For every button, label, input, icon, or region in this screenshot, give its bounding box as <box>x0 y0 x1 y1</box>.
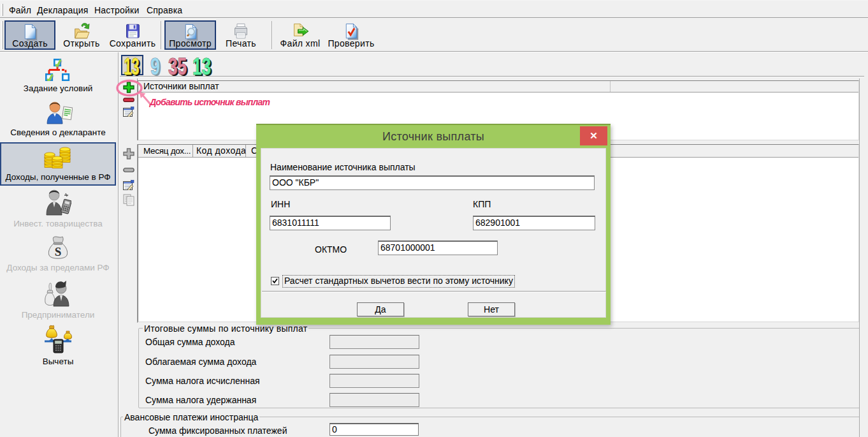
svg-text:S: S <box>55 245 62 258</box>
svg-text:13: 13 <box>192 54 211 77</box>
svg-text:9: 9 <box>150 54 160 77</box>
svg-text:35: 35 <box>168 54 187 77</box>
svg-text:13: 13 <box>124 54 140 77</box>
